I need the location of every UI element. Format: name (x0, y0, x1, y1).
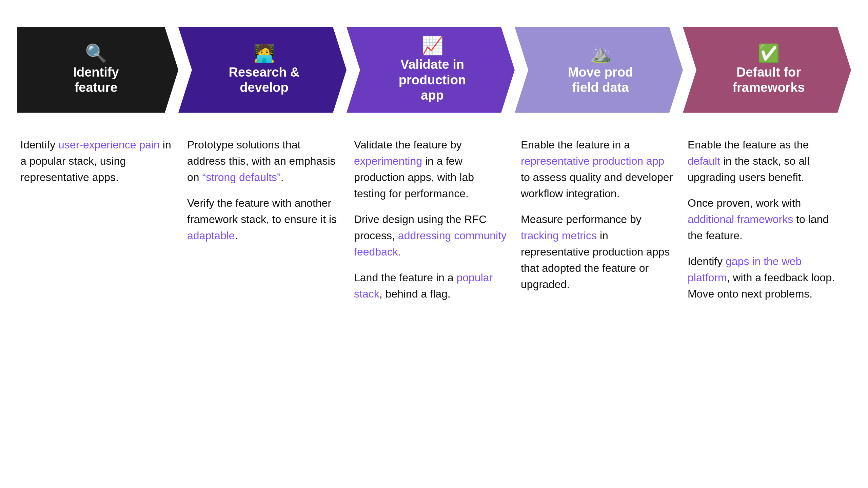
step-icon-move-prod-field-data: ⛰️ (590, 44, 612, 62)
arrow-step-research-develop: 🧑‍💻Research & develop (178, 27, 347, 113)
step-label-default-frameworks: Default for frameworks (732, 65, 805, 96)
highlighted-link: experimenting (354, 155, 422, 167)
step-icon-validate-production: 📈 (421, 37, 443, 54)
highlighted-link: popular stack (354, 271, 493, 300)
content-col-research-develop: Prototype solutions that address this, w… (184, 130, 351, 250)
content-col-validate-production: Validate the feature by experimenting in… (351, 130, 517, 309)
highlighted-link: “strong defaults” (202, 171, 280, 183)
arrow-step-validate-production: 📈Validate in production app (347, 27, 515, 113)
process-arrows: 🔍Identify feature🧑‍💻Research & develop📈V… (17, 27, 851, 113)
highlighted-link: user-experience pain (58, 139, 160, 151)
step-icon-identify-feature: 🔍 (85, 44, 107, 62)
step-label-identify-feature: Identify feature (73, 65, 119, 96)
step-label-move-prod-field-data: Move prod field data (568, 65, 633, 96)
highlighted-link: tracking metrics (521, 229, 597, 242)
step-label-validate-production: Validate in production app (399, 57, 466, 103)
arrow-step-move-prod-field-data: ⛰️Move prod field data (515, 27, 683, 113)
content-col-move-prod-field-data: Enable the feature in a representative p… (517, 130, 684, 299)
paragraph: Enable the feature as the default in the… (688, 137, 841, 185)
paragraph: Validate the feature by experimenting in… (354, 137, 507, 202)
highlighted-link: default (688, 155, 720, 167)
paragraph: Once proven, work with additional framew… (688, 195, 841, 244)
paragraph: Drive design using the RFC process, addr… (354, 211, 507, 260)
step-icon-research-develop: 🧑‍💻 (253, 44, 275, 62)
arrow-step-identify-feature: 🔍Identify feature (17, 27, 178, 113)
highlighted-link: addressing community feedback. (354, 229, 507, 258)
paragraph: Verify the feature with another framewor… (187, 195, 340, 244)
highlighted-link: adaptable (187, 229, 235, 242)
step-label-research-develop: Research & develop (229, 65, 299, 96)
step-icon-default-frameworks: ✅ (758, 44, 780, 62)
content-columns: Identify user-experience pain in a popul… (17, 130, 851, 309)
paragraph: Identify user-experience pain in a popul… (20, 137, 174, 185)
highlighted-link: additional frameworks (688, 213, 793, 225)
arrow-step-default-frameworks: ✅Default for frameworks (683, 27, 851, 113)
highlighted-link: representative production app (521, 155, 664, 167)
paragraph: Land the feature in a popular stack, beh… (354, 269, 507, 302)
highlighted-link: gaps in the web platform (688, 255, 802, 284)
paragraph: Prototype solutions that address this, w… (187, 137, 340, 185)
content-col-default-frameworks: Enable the feature as the default in the… (684, 130, 851, 309)
content-col-identify-feature: Identify user-experience pain in a popul… (17, 130, 184, 192)
paragraph: Measure performance by tracking metrics … (521, 211, 674, 292)
paragraph: Identify gaps in the web platform, with … (688, 253, 841, 302)
paragraph: Enable the feature in a representative p… (521, 137, 674, 202)
